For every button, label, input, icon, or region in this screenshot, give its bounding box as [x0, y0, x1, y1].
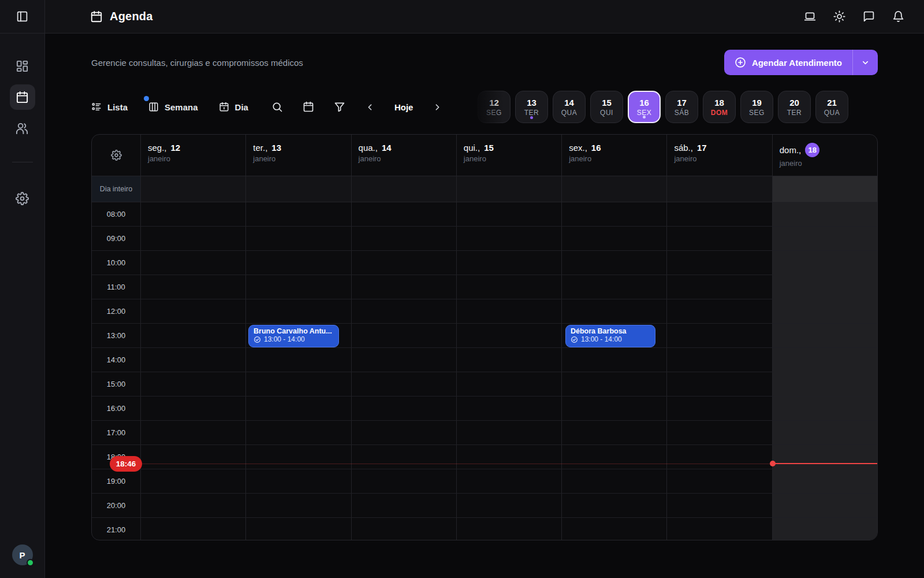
time-slot[interactable] — [140, 469, 245, 493]
day-header-qua-14[interactable]: qua.,14 janeiro — [351, 135, 456, 176]
time-slot[interactable] — [561, 348, 666, 372]
time-slot[interactable] — [351, 251, 456, 275]
time-slot-today[interactable] — [772, 397, 877, 420]
calendar-picker-icon[interactable] — [303, 101, 314, 113]
calendar-settings-button[interactable] — [92, 135, 140, 176]
time-slot[interactable] — [245, 445, 351, 469]
sidebar-item-patients[interactable] — [10, 116, 35, 141]
date-chip-12[interactable]: 12 SEG — [478, 91, 511, 123]
time-slot[interactable] — [456, 469, 561, 493]
schedule-dropdown-toggle[interactable] — [852, 50, 878, 75]
view-semana-button[interactable]: Semana — [148, 102, 198, 112]
next-week-button[interactable] — [433, 102, 442, 112]
time-slot[interactable] — [351, 372, 456, 396]
time-slot[interactable] — [140, 494, 245, 517]
time-slot[interactable] — [561, 518, 666, 540]
time-slot[interactable] — [140, 397, 245, 420]
all-day-cell[interactable] — [561, 176, 666, 202]
date-chip-21[interactable]: 21 QUA — [815, 91, 848, 123]
time-slot[interactable] — [456, 348, 561, 372]
time-slot[interactable] — [245, 372, 351, 396]
time-slot[interactable] — [245, 275, 351, 299]
time-slot[interactable] — [351, 299, 456, 323]
time-slot[interactable] — [456, 518, 561, 540]
time-slot[interactable] — [561, 372, 666, 396]
time-slot-today[interactable] — [772, 251, 877, 275]
time-slot-today[interactable] — [772, 469, 877, 493]
sidebar-item-agenda[interactable] — [10, 84, 35, 110]
time-slot[interactable] — [140, 421, 245, 444]
date-chip-14[interactable]: 14 QUA — [553, 91, 586, 123]
time-slot[interactable] — [351, 275, 456, 299]
all-day-cell[interactable] — [140, 176, 245, 202]
time-slot-today[interactable] — [772, 227, 877, 250]
time-slot[interactable] — [140, 445, 245, 469]
time-slot[interactable] — [561, 227, 666, 250]
time-slot[interactable] — [561, 251, 666, 275]
date-chip-20[interactable]: 20 TER — [778, 91, 811, 123]
time-slot[interactable] — [351, 348, 456, 372]
all-day-cell[interactable] — [456, 176, 561, 202]
time-slot[interactable] — [140, 275, 245, 299]
time-slot[interactable] — [666, 324, 772, 347]
user-avatar[interactable]: P — [12, 544, 33, 565]
view-lista-button[interactable]: Lista — [91, 102, 128, 112]
time-slot[interactable] — [456, 299, 561, 323]
time-slot-today[interactable] — [772, 324, 877, 347]
time-slot-today[interactable] — [772, 518, 877, 540]
time-slot[interactable] — [140, 348, 245, 372]
time-slot-today[interactable] — [772, 494, 877, 517]
event-bruno-carvalho[interactable]: Bruno Carvalho Antu... 13:00 - 14:00 — [248, 325, 339, 347]
time-slot[interactable] — [666, 275, 772, 299]
time-slot[interactable] — [561, 494, 666, 517]
date-chip-13[interactable]: 13 TER — [515, 91, 548, 123]
time-slot-today[interactable] — [772, 348, 877, 372]
view-dia-button[interactable]: Dia — [219, 102, 248, 112]
time-slot[interactable] — [351, 397, 456, 420]
time-slot[interactable] — [245, 397, 351, 420]
time-slot[interactable] — [140, 251, 245, 275]
date-chip-17[interactable]: 17 SÁB — [665, 91, 698, 123]
time-slot[interactable] — [456, 445, 561, 469]
all-day-cell[interactable] — [351, 176, 456, 202]
time-slot[interactable] — [456, 275, 561, 299]
time-slot[interactable] — [561, 275, 666, 299]
sidebar-item-dashboard[interactable] — [10, 53, 35, 79]
time-slot[interactable] — [561, 202, 666, 226]
time-slot[interactable] — [456, 421, 561, 444]
time-slot[interactable] — [456, 324, 561, 347]
sidebar-item-settings[interactable] — [10, 186, 35, 211]
time-slot[interactable] — [666, 397, 772, 420]
schedule-appointment-button[interactable]: Agendar Atendimento — [724, 50, 878, 75]
time-slot[interactable] — [456, 372, 561, 396]
time-slot-today[interactable] — [772, 445, 877, 469]
time-slot[interactable] — [666, 348, 772, 372]
time-slot[interactable] — [140, 372, 245, 396]
time-slot[interactable] — [140, 518, 245, 540]
notifications-bell-icon[interactable] — [892, 10, 904, 23]
time-slot[interactable] — [666, 227, 772, 250]
time-slot[interactable] — [351, 227, 456, 250]
time-slot[interactable] — [666, 494, 772, 517]
time-slot[interactable] — [245, 421, 351, 444]
time-slot-today[interactable] — [772, 421, 877, 444]
day-header-sex-16[interactable]: sex.,16 janeiro — [561, 135, 666, 176]
time-slot[interactable] — [245, 251, 351, 275]
time-slot[interactable] — [351, 202, 456, 226]
time-slot[interactable] — [666, 421, 772, 444]
time-slot[interactable] — [245, 348, 351, 372]
day-header-qui-15[interactable]: qui.,15 janeiro — [456, 135, 561, 176]
time-slot[interactable] — [351, 421, 456, 444]
search-icon[interactable] — [271, 101, 283, 113]
time-slot[interactable] — [245, 299, 351, 323]
time-slot[interactable] — [351, 494, 456, 517]
day-header-dom-18-today[interactable]: dom.,18 janeiro — [772, 135, 877, 176]
theme-sun-icon[interactable] — [833, 10, 845, 23]
time-slot[interactable] — [666, 251, 772, 275]
time-slot[interactable] — [456, 251, 561, 275]
time-slot-today[interactable] — [772, 372, 877, 396]
filter-icon[interactable] — [334, 101, 345, 113]
display-icon[interactable] — [804, 10, 816, 23]
time-slot[interactable] — [245, 202, 351, 226]
event-debora-barbosa[interactable]: Débora Barbosa 13:00 - 14:00 — [565, 325, 655, 347]
